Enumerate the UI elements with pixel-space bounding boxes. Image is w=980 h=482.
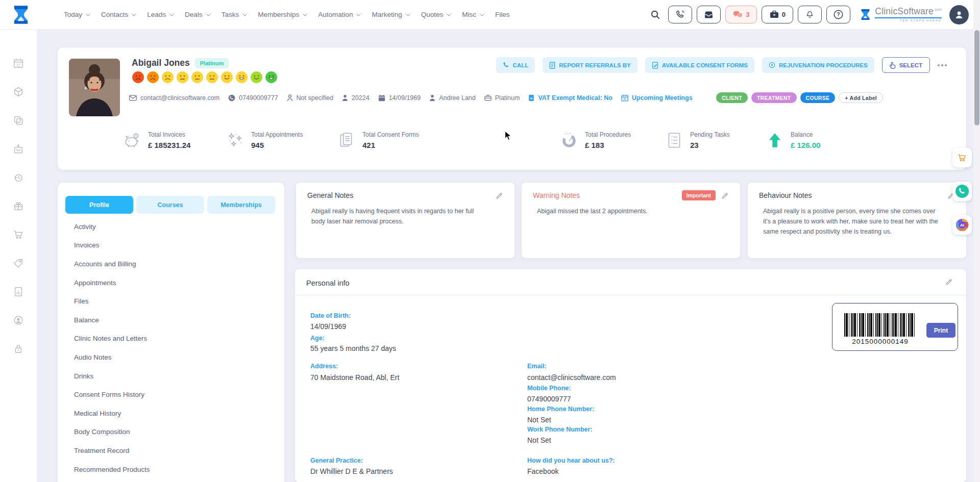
nav-item-marketing[interactable]: Marketing (372, 11, 408, 18)
tab-memberships[interactable]: Memberships (207, 196, 275, 214)
meta-upcoming-meetings-link[interactable]: 31 Upcoming Meetings (621, 94, 693, 102)
tab-profile[interactable]: Profile (65, 196, 133, 214)
floating-ai-button[interactable]: AI (952, 215, 972, 235)
report-chart-icon[interactable] (13, 286, 24, 297)
menu-item-balance[interactable]: Balance (58, 311, 284, 329)
menu-item-medical-history[interactable]: Medical History (58, 404, 284, 423)
main-nav: Today Contacts Leads Deals Tasks Members… (64, 0, 510, 29)
cart-icon[interactable] (13, 229, 24, 240)
satisfaction-emoji[interactable] (206, 71, 218, 84)
clinicsoftware-logo-icon (10, 4, 32, 26)
copy-icon[interactable] (13, 115, 24, 126)
rejuvenation-procedures-button[interactable]: REJUVENATION PROCEDURES (762, 57, 874, 73)
meta-email-value: contact@clinicsoftware.com (140, 94, 219, 102)
add-label-button[interactable]: + Add Label (839, 92, 883, 103)
satisfaction-emoji[interactable] (235, 71, 248, 84)
menu-item-body-composition[interactable]: Body Composition (58, 423, 284, 442)
behaviour-notes-title: Behaviour Notes (759, 191, 812, 199)
report-referrals-button[interactable]: REPORT REFERRALS BY (543, 57, 638, 73)
chevron-down-icon (303, 12, 307, 16)
lock-icon[interactable] (13, 343, 24, 354)
select-button[interactable]: SELECT (882, 57, 930, 73)
edit-pencil-icon[interactable] (496, 192, 503, 199)
satisfaction-emoji[interactable] (191, 71, 204, 84)
search-icon[interactable] (650, 10, 660, 20)
menu-item-consent-forms-history[interactable]: Consent Forms History (58, 385, 284, 404)
general-notes-body: Abigail really is having frequent visits… (311, 206, 481, 226)
nav-item-contacts[interactable]: Contacts (101, 11, 135, 18)
nav-label: Automation (318, 11, 353, 18)
satisfaction-emoji[interactable] (265, 71, 278, 84)
nav-item-automation[interactable]: Automation (318, 11, 359, 18)
meta-vat-link[interactable]: % VAT Exempt Medical: No (528, 94, 612, 102)
satisfaction-emoji[interactable] (250, 71, 263, 84)
chat-notifications-button[interactable]: 3 (725, 6, 757, 23)
client-meta-row: contact@clinicsoftware.com 07490009777 N… (129, 92, 956, 103)
available-consent-forms-button[interactable]: AVAILABLE CONSENT FORMS (645, 57, 754, 73)
person-outline-icon (287, 94, 293, 102)
stat-total-appointments: Total Appointments945 (226, 131, 303, 149)
nav-item-files[interactable]: Files (495, 11, 510, 18)
dialer-button[interactable] (668, 6, 692, 23)
satisfaction-emoji[interactable] (176, 71, 189, 84)
nav-item-leads[interactable]: Leads (147, 11, 173, 18)
chevron-down-icon (206, 12, 210, 16)
client-actions: CALL REPORT REFERRALS BY AVAILABLE CONSE… (496, 57, 947, 73)
floating-cart-button[interactable] (952, 148, 972, 167)
rejuvenation-procedures-label: REJUVENATION PROCEDURES (779, 62, 868, 68)
nav-item-misc[interactable]: Misc (462, 11, 483, 18)
menu-item-accounts-and-billing[interactable]: Accounts and Billing (58, 255, 284, 273)
more-actions-button[interactable] (938, 64, 947, 66)
topbar-actions: 3 0 ? ClinicSoftware.com TEN STEPS AHEAD (650, 0, 969, 29)
mouse-cursor (504, 131, 513, 141)
clinicsoftware-logo-icon (859, 8, 872, 21)
price-tag-icon[interactable] (13, 258, 24, 269)
menu-item-recommended-products[interactable]: Recommended Products (58, 460, 284, 479)
wallet-button[interactable]: 0 (762, 6, 793, 23)
call-button[interactable]: CALL (496, 57, 535, 73)
notifications-button[interactable] (798, 6, 822, 23)
personal-info-card: Personal info Date of Birth: 14/09/1969 … (295, 269, 966, 482)
page-scrollbar[interactable] (973, 0, 980, 482)
scrollbar-thumb[interactable] (974, 30, 979, 125)
menu-item-activity[interactable]: Activity (58, 217, 284, 236)
floating-call-button[interactable] (952, 182, 972, 201)
package-icon[interactable] (13, 86, 24, 97)
nav-item-memberships[interactable]: Memberships (258, 11, 306, 18)
menu-item-appointments[interactable]: Appointments (58, 273, 284, 292)
calendar-date-icon[interactable]: 12 (13, 58, 24, 69)
nav-item-deals[interactable]: Deals (185, 11, 209, 18)
tier-badge: Platinum (195, 58, 229, 68)
user-circle-icon[interactable] (13, 315, 24, 326)
satisfaction-emoji[interactable] (220, 71, 233, 84)
help-icon: ? (834, 10, 843, 19)
satisfaction-emoji[interactable] (132, 71, 144, 84)
menu-item-clinic-notes-and-letters[interactable]: Clinic Notes and Letters (58, 329, 284, 348)
inbox-button[interactable] (697, 6, 721, 23)
svg-text:31: 31 (623, 97, 626, 100)
order-basket-icon[interactable] (13, 143, 24, 155)
menu-item-audio-notes[interactable]: Audio Notes (58, 348, 284, 367)
nav-label: Today (64, 11, 82, 18)
stat-balance: Balance£ 126.00 (766, 131, 820, 149)
satisfaction-emoji[interactable] (146, 71, 159, 84)
menu-item-files[interactable]: Files (58, 292, 284, 311)
menu-item-drinks[interactable]: Drinks (58, 367, 284, 386)
help-button[interactable]: ? (826, 6, 850, 23)
nav-item-today[interactable]: Today (64, 11, 89, 18)
available-consent-forms-label: AVAILABLE CONSENT FORMS (662, 62, 748, 68)
menu-item-treatment-record[interactable]: Treatment Record (58, 441, 284, 460)
gift-icon[interactable] (13, 200, 24, 212)
tab-courses[interactable]: Courses (136, 196, 204, 214)
satisfaction-emoji[interactable] (161, 71, 174, 84)
nav-item-quotes[interactable]: Quotes (421, 11, 450, 18)
menu-item-invoices[interactable]: Invoices (58, 236, 284, 255)
user-avatar[interactable] (949, 5, 969, 24)
history-icon[interactable] (13, 172, 24, 183)
nav-item-tasks[interactable]: Tasks (222, 11, 246, 18)
edit-pencil-icon[interactable] (945, 278, 953, 286)
stars-icon (226, 131, 244, 149)
edit-pencil-icon[interactable] (721, 192, 729, 199)
report-referrals-label: REPORT REFERRALS BY (559, 62, 631, 68)
print-barcode-button[interactable]: Print (926, 323, 955, 338)
